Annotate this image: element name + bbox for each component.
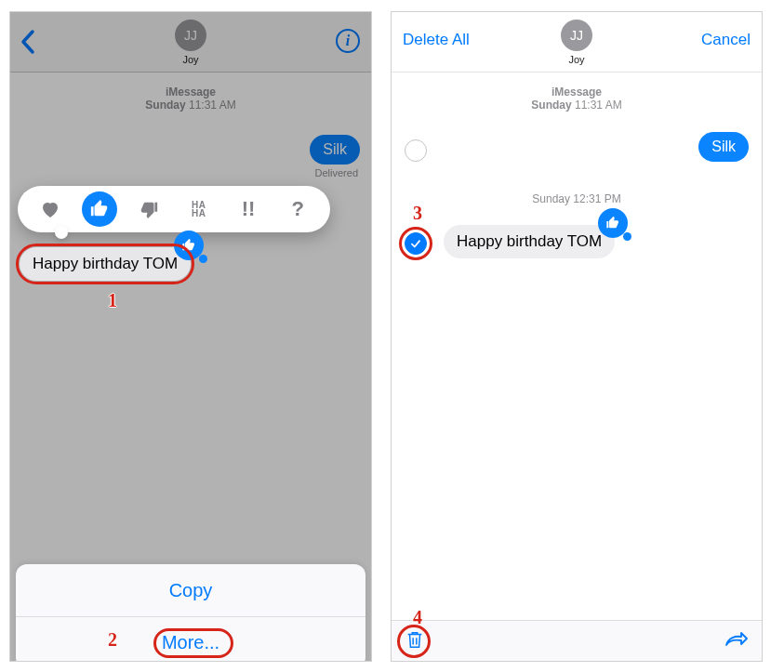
message-datestamp: iMessage Sunday 11:31 AM [392, 86, 762, 112]
action-more-button[interactable]: More... [16, 616, 365, 662]
outgoing-message-text: Silk [323, 141, 347, 157]
forward-icon[interactable] [724, 630, 749, 652]
incoming-message-text: Happy birthday TOM [457, 232, 602, 250]
tapback-bar: HAHA !! ? [18, 186, 330, 232]
tapback-haha-icon[interactable]: HAHA [181, 191, 217, 227]
contact-avatar[interactable]: JJ [175, 20, 206, 51]
back-chevron-icon[interactable] [20, 29, 36, 55]
select-circle-checked[interactable] [405, 232, 427, 255]
conversation-body: iMessage Sunday 11:31 AM Silk Delivered … [10, 86, 371, 662]
tapback-badge-thumbs-up-icon [174, 231, 204, 260]
incoming-message-wrap: Happy birthday TOM [20, 247, 191, 281]
outgoing-message-text: Silk [711, 138, 736, 154]
tapback-thumbs-up-icon[interactable] [82, 191, 117, 227]
callout-1: 1 [103, 290, 122, 312]
tapback-exclaim-icon[interactable]: !! [231, 191, 266, 227]
tapback-heart-icon[interactable] [33, 191, 68, 227]
tapback-thumbs-down-icon[interactable] [131, 191, 166, 227]
conversation-header: JJ Joy i [10, 12, 371, 72]
contact-name: Joy [182, 54, 198, 65]
edit-toolbar [392, 620, 762, 661]
tapback-badge-thumbs-up-icon [598, 208, 628, 238]
contact-avatar[interactable]: JJ [561, 20, 592, 51]
info-icon[interactable]: i [336, 29, 360, 53]
outgoing-message-bubble[interactable]: Silk [698, 132, 749, 162]
avatar-initials: JJ [184, 28, 197, 43]
cancel-button[interactable]: Cancel [701, 31, 751, 49]
incoming-message-text: Happy birthday TOM [33, 255, 178, 272]
avatar-initials: JJ [570, 28, 583, 43]
message-datestamp: iMessage Sunday 11:31 AM [10, 86, 371, 112]
delivery-status: Delivered [315, 167, 358, 178]
incoming-message-bubble[interactable]: Happy birthday TOM [444, 225, 615, 258]
screen-right: Delete All JJ Joy Cancel iMessage Sunday… [391, 11, 763, 662]
action-sheet: Copy More... [16, 564, 365, 662]
action-copy-button[interactable]: Copy [16, 564, 365, 616]
incoming-message-wrap: Happy birthday TOM [444, 225, 615, 258]
conversation-body-edit: iMessage Sunday 11:31 AM Silk Sunday 12:… [392, 86, 762, 633]
action-more-label: More... [162, 632, 219, 653]
message-datestamp-2: Sunday 12:31 PM [392, 192, 762, 205]
callout-3: 3 [408, 203, 427, 225]
trash-icon[interactable] [405, 628, 425, 654]
action-copy-label: Copy [169, 580, 213, 601]
contact-name: Joy [568, 54, 584, 65]
select-circle-unchecked[interactable] [405, 139, 427, 162]
callout-4: 4 [408, 607, 427, 629]
tapback-question-icon[interactable]: ? [280, 191, 315, 227]
incoming-message-bubble[interactable]: Happy birthday TOM [20, 247, 191, 281]
callout-2: 2 [103, 629, 122, 652]
edit-mode-header: Delete All JJ Joy Cancel [392, 12, 762, 72]
delete-all-button[interactable]: Delete All [403, 31, 470, 49]
screen-left: JJ Joy i iMessage Sunday 11:31 AM Silk D… [9, 11, 372, 662]
outgoing-message-bubble[interactable]: Silk [310, 135, 360, 165]
